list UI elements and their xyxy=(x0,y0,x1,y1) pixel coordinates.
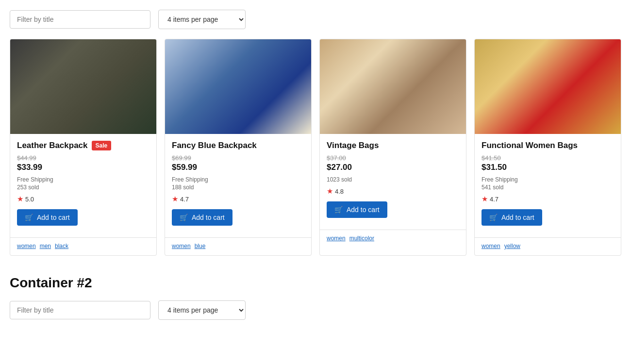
product-image xyxy=(475,39,621,134)
tags-row: womenyellow xyxy=(475,237,621,255)
shipping-text: Free Shipping xyxy=(17,176,149,183)
filter-input-2[interactable] xyxy=(10,301,150,319)
add-to-cart-button[interactable]: 🛒 Add to cart xyxy=(172,209,232,226)
add-to-cart-label: Add to cart xyxy=(37,214,70,221)
cart-icon: 🛒 xyxy=(25,214,33,221)
per-page-select-1[interactable]: 4 items per page xyxy=(158,10,246,29)
shipping-text: Free Shipping xyxy=(172,176,304,183)
product-title-row: Fancy Blue Backpack xyxy=(172,141,304,150)
price-original: $44.99 xyxy=(17,154,149,162)
toolbar-2: 4 items per page xyxy=(10,300,621,320)
rating-value: 4.7 xyxy=(490,196,498,203)
container-2: Container #2 4 items per page xyxy=(10,275,621,320)
product-title: Leather Backpack xyxy=(17,141,88,150)
sold-text: 541 sold xyxy=(482,184,614,191)
add-to-cart-label: Add to cart xyxy=(501,214,534,221)
product-title: Fancy Blue Backpack xyxy=(172,141,257,150)
tag[interactable]: women xyxy=(172,243,191,249)
rating-value: 5.0 xyxy=(25,196,34,203)
tag[interactable]: women xyxy=(482,243,500,249)
product-title: Vintage Bags xyxy=(327,141,379,150)
price-sale: $27.00 xyxy=(327,163,459,172)
toolbar-1: 4 items per page xyxy=(10,10,621,29)
rating-row: ★ 4.7 xyxy=(482,195,614,203)
star-icon: ★ xyxy=(482,195,488,203)
tag[interactable]: women xyxy=(327,235,346,242)
rating-row: ★ 5.0 xyxy=(17,195,149,203)
rating-row: ★ 4.8 xyxy=(327,187,459,196)
tag[interactable]: women xyxy=(17,243,36,249)
rating-row: ★ 4.7 xyxy=(172,195,304,203)
product-info: Fancy Blue Backpack $69.99 $59.99 Free S… xyxy=(165,134,311,237)
container-2-title: Container #2 xyxy=(10,275,621,291)
price-original: $69.99 xyxy=(172,154,304,162)
add-to-cart-button[interactable]: 🛒 Add to cart xyxy=(327,201,387,218)
products-grid-1: Leather Backpack Sale $44.99 $33.99 Free… xyxy=(10,39,621,256)
tag[interactable]: men xyxy=(40,243,51,249)
tags-row: womenmenblack xyxy=(10,237,156,255)
product-image xyxy=(10,39,156,134)
product-image xyxy=(165,39,311,134)
cart-icon: 🛒 xyxy=(334,206,343,214)
price-sale: $33.99 xyxy=(17,163,149,172)
add-to-cart-button[interactable]: 🛒 Add to cart xyxy=(17,209,78,226)
add-to-cart-label: Add to cart xyxy=(347,206,380,214)
filter-input-1[interactable] xyxy=(10,10,150,29)
product-info: Leather Backpack Sale $44.99 $33.99 Free… xyxy=(10,134,156,237)
product-title: Functional Women Bags xyxy=(482,141,578,150)
product-title-row: Leather Backpack Sale xyxy=(17,141,149,150)
product-info: Functional Women Bags $41.50 $31.50 Free… xyxy=(475,134,621,237)
tag[interactable]: blue xyxy=(195,243,206,249)
sold-text: 253 sold xyxy=(17,184,149,191)
product-title-row: Vintage Bags xyxy=(327,141,459,150)
tag[interactable]: yellow xyxy=(504,243,520,249)
star-icon: ★ xyxy=(327,187,333,196)
sold-text: 188 sold xyxy=(172,184,304,191)
price-sale: $59.99 xyxy=(172,163,304,172)
product-title-row: Functional Women Bags xyxy=(482,141,614,150)
price-sale: $31.50 xyxy=(482,163,614,172)
product-card: Vintage Bags $37.00 $27.00 1023 sold ★ 4… xyxy=(319,39,466,256)
shipping-text: Free Shipping xyxy=(482,176,614,183)
tag[interactable]: multicolor xyxy=(349,235,374,242)
per-page-select-2[interactable]: 4 items per page xyxy=(158,300,246,320)
star-icon: ★ xyxy=(17,195,23,203)
tag[interactable]: black xyxy=(55,243,68,249)
cart-icon: 🛒 xyxy=(489,214,498,221)
rating-value: 4.8 xyxy=(335,188,344,195)
product-card: Functional Women Bags $41.50 $31.50 Free… xyxy=(474,39,621,256)
container-1: 4 items per page Leather Backpack Sale $… xyxy=(10,10,621,256)
rating-value: 4.7 xyxy=(180,196,189,203)
star-icon: ★ xyxy=(172,195,178,203)
add-to-cart-label: Add to cart xyxy=(192,214,225,221)
product-card: Fancy Blue Backpack $69.99 $59.99 Free S… xyxy=(165,39,312,256)
product-info: Vintage Bags $37.00 $27.00 1023 sold ★ 4… xyxy=(320,134,466,230)
price-original: $41.50 xyxy=(482,154,614,162)
tags-row: womenblue xyxy=(165,237,311,255)
sold-text: 1023 sold xyxy=(327,176,459,183)
price-original: $37.00 xyxy=(327,154,459,162)
tags-row: womenmulticolor xyxy=(320,230,466,248)
product-image xyxy=(320,39,466,134)
product-card: Leather Backpack Sale $44.99 $33.99 Free… xyxy=(10,39,157,256)
sale-badge: Sale xyxy=(92,141,112,150)
add-to-cart-button[interactable]: 🛒 Add to cart xyxy=(482,209,542,226)
cart-icon: 🛒 xyxy=(180,214,188,221)
